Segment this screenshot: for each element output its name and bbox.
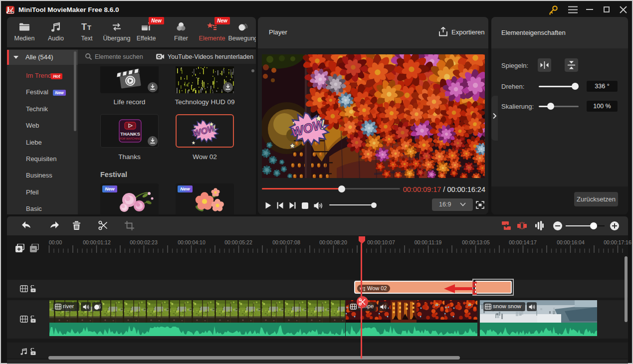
- svg-text:THANKS: THANKS: [120, 131, 140, 137]
- svg-text:T: T: [87, 24, 91, 31]
- svg-text:FOR WATCHING: FOR WATCHING: [120, 137, 141, 140]
- svg-text:T: T: [81, 22, 87, 32]
